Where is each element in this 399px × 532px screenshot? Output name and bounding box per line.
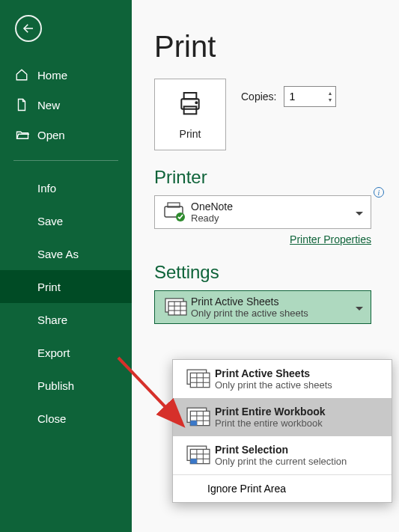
svg-rect-26 — [190, 421, 197, 425]
option-subtitle: Only print the current selection — [215, 456, 347, 467]
print-button-label: Print — [180, 128, 201, 140]
chevron-down-icon[interactable]: ▼ — [328, 97, 333, 103]
info-icon[interactable]: i — [374, 187, 384, 198]
svg-rect-33 — [190, 459, 197, 463]
flyout-option[interactable]: Print Selection Only print the current s… — [173, 436, 392, 474]
nav-publish[interactable]: Publish — [0, 369, 132, 402]
nav-export[interactable]: Export — [0, 336, 132, 369]
sheets-icon — [182, 445, 215, 466]
nav-label: Close — [37, 412, 66, 425]
option-subtitle: Only print the active sheets — [215, 379, 332, 391]
svg-rect-9 — [168, 302, 186, 315]
nav-label: Export — [37, 346, 70, 359]
print-button[interactable]: Print — [154, 79, 226, 150]
backstage-sidebar: Home New Open InfoSaveSave AsPrintShareE… — [0, 0, 132, 532]
chevron-down-icon — [356, 301, 363, 314]
home-icon — [15, 68, 33, 82]
dropdown-title: Print Active Sheets — [191, 296, 308, 308]
copies-input[interactable] — [284, 91, 320, 103]
flyout-option[interactable]: Print Entire Workbook Print the entire w… — [173, 398, 392, 436]
printer-heading: Printer — [154, 167, 387, 188]
nav-label: Publish — [37, 379, 74, 392]
printer-dropdown[interactable]: OneNote Ready — [154, 195, 371, 229]
svg-rect-2 — [184, 93, 197, 99]
sheets-icon — [161, 298, 191, 317]
chevron-down-icon — [356, 206, 363, 219]
nav-print[interactable]: Print — [0, 270, 132, 303]
nav-label: Print — [37, 281, 61, 293]
sheets-icon — [182, 369, 215, 390]
nav-label: Home — [37, 69, 67, 82]
svg-rect-15 — [190, 373, 210, 387]
nav-home[interactable]: Home — [0, 60, 132, 90]
nav-label: Share — [37, 314, 67, 326]
divider — [13, 160, 118, 161]
option-subtitle: Print the entire workbook — [215, 418, 326, 429]
option-title: Print Selection — [215, 444, 347, 456]
flyout-option[interactable]: Print Active Sheets Only print the activ… — [173, 360, 392, 398]
svg-point-4 — [195, 102, 197, 103]
printer-ready-icon — [161, 202, 191, 223]
nav-label: Save — [37, 215, 63, 227]
option-title: Print Active Sheets — [215, 367, 332, 379]
nav-close[interactable]: Close — [0, 402, 132, 435]
printer-status: Ready — [191, 213, 233, 224]
flyout-ignore-print-area[interactable]: Ignore Print Area — [173, 475, 392, 502]
nav-save-as[interactable]: Save As — [0, 237, 132, 270]
copies-spinner[interactable]: ▲ ▼ — [284, 86, 336, 107]
svg-rect-3 — [184, 106, 197, 114]
back-button[interactable] — [15, 15, 42, 42]
printer-name: OneNote — [191, 201, 233, 213]
print-what-dropdown[interactable]: Print Active Sheets Only print the activ… — [154, 290, 371, 324]
nav-label: Info — [37, 182, 56, 195]
nav-share[interactable]: Share — [0, 303, 132, 336]
nav-info[interactable]: Info — [0, 171, 132, 204]
printer-icon — [175, 89, 205, 119]
settings-heading: Settings — [154, 262, 387, 283]
folder-open-icon — [15, 128, 33, 141]
arrow-left-icon — [22, 22, 35, 35]
nav-save[interactable]: Save — [0, 204, 132, 237]
sheets-icon — [182, 407, 215, 428]
page-title: Print — [154, 30, 387, 64]
document-icon — [15, 98, 33, 111]
print-what-flyout: Print Active Sheets Only print the activ… — [172, 359, 392, 503]
nav-new[interactable]: New — [0, 90, 132, 120]
nav-label: Open — [37, 129, 65, 141]
nav-label: New — [37, 99, 60, 111]
chevron-up-icon[interactable]: ▲ — [328, 91, 333, 96]
nav-open[interactable]: Open — [0, 120, 132, 150]
copies-label: Copies: — [241, 91, 276, 103]
printer-properties-link[interactable]: Printer Properties — [154, 233, 371, 245]
nav-label: Save As — [37, 248, 79, 260]
dropdown-subtitle: Only print the active sheets — [191, 308, 308, 319]
option-title: Print Entire Workbook — [215, 406, 326, 418]
